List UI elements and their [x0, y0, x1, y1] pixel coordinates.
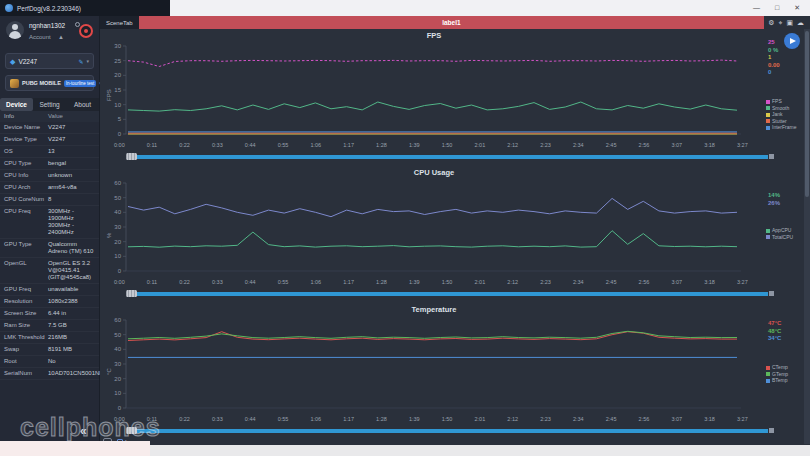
svg-text:60: 60	[114, 180, 121, 186]
close-button[interactable]: ✕	[794, 4, 800, 12]
record-button[interactable]	[79, 24, 93, 38]
svg-text:30: 30	[114, 361, 121, 367]
scrollbar-handle[interactable]	[126, 290, 137, 297]
scrollbar-handle[interactable]	[126, 153, 137, 160]
table-row: OS13	[0, 146, 99, 158]
minimize-button[interactable]: —	[753, 4, 760, 12]
legend-swatch	[766, 229, 770, 233]
legend-swatch	[766, 366, 770, 370]
watermark-text: cellphones	[20, 413, 161, 442]
current-values: 14%26%	[768, 192, 780, 206]
app-test-badge: In-tourline test	[64, 80, 97, 87]
row-value: 1080x2388	[48, 298, 99, 305]
x-tick-label: 1:17	[343, 416, 354, 422]
legend-swatch	[766, 126, 770, 130]
scrollbar-track[interactable]	[137, 292, 768, 296]
cloud-icon[interactable]: ☁	[797, 19, 804, 27]
time-scrollbar[interactable]	[126, 153, 774, 160]
svg-text:15: 15	[114, 87, 121, 93]
scrollbar-track[interactable]	[137, 155, 768, 159]
vertical-scrollbar[interactable]	[804, 29, 810, 444]
cpu-chart: CPU Usage 0102030405060 % 14%26% AppCPUT…	[100, 166, 810, 303]
x-axis-labels: 0:000:110:220:330:440:551:061:171:281:39…	[114, 142, 748, 148]
row-value: bengal	[48, 160, 99, 167]
scene-label-bar[interactable]: label1	[139, 16, 764, 29]
svg-text:25: 25	[114, 58, 121, 64]
avatar	[6, 21, 24, 39]
x-tick-label: 2:12	[507, 416, 518, 422]
tab-about[interactable]: About	[66, 98, 99, 111]
table-row: GPU Frequnavailable	[0, 284, 99, 296]
pin-icon[interactable]: ⌖	[778, 19, 782, 27]
x-axis-labels: 0:000:110:220:330:440:551:061:171:281:39…	[114, 416, 748, 422]
legend-item: InterFrame	[766, 125, 796, 131]
sidebar: ngnhan1302 Account ▲ ◆ V2247 ✎ ▾ PUBG MO…	[0, 16, 100, 456]
x-tick-label: 3:27	[737, 416, 748, 422]
row-label: CPU CoreNum	[4, 196, 48, 203]
perfdog-window: PerfDog(v8.2.230346) — □ ✕ ngnhan1302 Ac…	[0, 0, 810, 456]
chart-plot[interactable]: 0102030405060	[104, 315, 744, 415]
table-row: CPU Infounknown	[0, 170, 99, 182]
x-tick-label: 2:45	[606, 142, 617, 148]
x-tick-label: 0:22	[179, 416, 190, 422]
folder-icon[interactable]: ▣	[786, 19, 793, 27]
gear-icon[interactable]: ⚙	[768, 19, 774, 27]
chart-plot[interactable]: 051015202530	[104, 41, 744, 141]
table-row: SerialNum10AD701CN5001NF	[0, 368, 99, 380]
scrollbar-track[interactable]	[137, 429, 768, 433]
chart-plot[interactable]: 0102030405060	[104, 178, 744, 278]
account-link[interactable]: Account	[29, 34, 51, 40]
table-row: CPU Typebengal	[0, 158, 99, 170]
table-row: GPU TypeQualcomm Adreno (TM) 610	[0, 239, 99, 258]
time-scrollbar[interactable]	[126, 290, 774, 297]
table-header: Info Value	[0, 111, 99, 122]
table-row: CPU CoreNum8	[0, 194, 99, 206]
x-tick-label: 2:45	[606, 279, 617, 285]
watermark-pink-block	[0, 441, 150, 456]
tab-setting[interactable]: Setting	[33, 98, 66, 111]
x-tick-label: 0:55	[278, 279, 289, 285]
scrollbar-endcap[interactable]	[769, 154, 774, 159]
collapse-sidebar-button[interactable]: «	[80, 424, 87, 438]
col-info: Info	[4, 113, 48, 120]
row-label: Screen Size	[4, 310, 48, 317]
edit-icon[interactable]: ✎	[78, 58, 83, 65]
chart-title: CPU Usage	[124, 168, 744, 177]
maximize-button[interactable]: □	[775, 4, 779, 12]
device-info-table: Info Value Device NameV2247Device TypeV2…	[0, 111, 99, 380]
window-title: PerfDog(v8.2.230346)	[17, 5, 81, 12]
x-tick-label: 1:50	[442, 416, 453, 422]
device-select-value: V2247	[18, 58, 37, 65]
chart-legend: AppCPUTotalCPU	[766, 228, 793, 240]
x-tick-label: 2:56	[639, 416, 650, 422]
metric-current-value: 47°C	[768, 320, 781, 327]
table-row: CPU Freq300MHz - 1900MHz 300MHz - 2400MH…	[0, 206, 99, 239]
metric-current-value: 26%	[768, 200, 780, 207]
x-tick-label: 1:39	[409, 279, 420, 285]
chart-legend: FPSSmoothJankStutterInterFrame	[766, 99, 796, 131]
svg-text:5: 5	[118, 116, 122, 122]
play-button[interactable]	[784, 33, 800, 49]
x-tick-label: 1:28	[376, 416, 387, 422]
x-tick-label: 2:23	[540, 142, 551, 148]
scrollbar-endcap[interactable]	[769, 428, 774, 433]
fps-chart: FPS 051015202530 FPS 250 %10.000 FPSSmoo…	[100, 29, 810, 166]
row-value: Qualcomm Adreno (TM) 610	[48, 241, 99, 255]
app-select[interactable]: PUBG MOBILE In-tourline test ▾	[5, 75, 94, 91]
time-scrollbar[interactable]	[126, 427, 774, 434]
scene-tab[interactable]: SceneTab	[100, 16, 139, 29]
x-tick-label: 3:18	[704, 279, 715, 285]
chevron-down-icon[interactable]: ▾	[86, 58, 89, 64]
scrollbar-endcap[interactable]	[769, 291, 774, 296]
row-value: 13	[48, 148, 99, 155]
metric-current-value: 48°C	[768, 328, 781, 335]
device-select[interactable]: ◆ V2247 ✎ ▾	[5, 53, 94, 69]
x-tick-label: 3:07	[671, 279, 682, 285]
row-value: 300MHz - 1900MHz 300MHz - 2400MHz	[48, 208, 99, 236]
tab-device[interactable]: Device	[0, 98, 33, 111]
svg-text:20: 20	[114, 72, 121, 78]
x-tick-label: 0:22	[179, 279, 190, 285]
row-value: arm64-v8a	[48, 184, 99, 191]
x-tick-label: 3:27	[737, 142, 748, 148]
legend-item: TotalCPU	[766, 235, 793, 241]
